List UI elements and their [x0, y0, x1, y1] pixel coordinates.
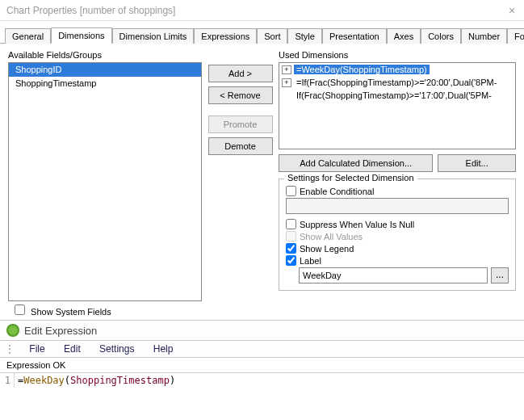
dimension-settings-group: Settings for Selected Dimension Enable C…	[279, 178, 516, 291]
menu-file[interactable]: File	[29, 343, 44, 355]
tab-dimensions[interactable]: Dimensions	[51, 27, 111, 44]
enable-conditional-checkbox[interactable]	[286, 186, 296, 196]
add-button[interactable]: Add >	[208, 65, 273, 82]
tab-strip: General Dimensions Dimension Limits Expr…	[0, 21, 524, 44]
show-legend-checkbox[interactable]	[286, 243, 296, 254]
suppress-null-checkbox[interactable]	[286, 219, 296, 229]
label-checkbox[interactable]	[286, 255, 296, 266]
expand-icon[interactable]: +	[282, 78, 291, 87]
used-dimensions-list[interactable]: + =WeekDay(ShoppingTimestamp) + =If(Frac…	[279, 62, 516, 149]
window-title: Chart Properties [number of shoppings]	[6, 5, 506, 16]
list-item[interactable]: + =WeekDay(ShoppingTimestamp)	[279, 63, 515, 76]
label-browse-button[interactable]: ...	[491, 267, 509, 284]
show-all-values-checkbox	[286, 231, 296, 242]
menu-edit[interactable]: Edit	[64, 343, 81, 355]
dimension-expression: =If(Frac(ShoppingTimestamp)>='20:00',Dua…	[294, 78, 499, 87]
show-legend-label: Show Legend	[300, 244, 354, 254]
menu-help[interactable]: Help	[153, 343, 174, 355]
tab-dimension-limits[interactable]: Dimension Limits	[112, 28, 195, 44]
grip-icon: ⋮	[5, 343, 15, 355]
show-system-fields-checkbox[interactable]	[15, 304, 25, 315]
expand-icon[interactable]: +	[282, 65, 291, 74]
tab-presentation[interactable]: Presentation	[322, 28, 387, 44]
suppress-null-label: Suppress When Value Is Null	[300, 220, 414, 229]
available-fields-section: Available Fields/Groups ShoppingID Shopp…	[8, 50, 202, 301]
remove-button[interactable]: < Remove	[208, 86, 273, 104]
used-dimensions-label: Used Dimensions	[279, 50, 516, 60]
expression-code[interactable]: =WeekDay(ShoppingTimestamp)	[15, 373, 524, 388]
tab-expressions[interactable]: Expressions	[194, 28, 257, 44]
expression-editor[interactable]: 1 =WeekDay(ShoppingTimestamp)	[0, 373, 524, 388]
dimensions-panel: Available Fields/Groups ShoppingID Shopp…	[0, 44, 524, 304]
enable-conditional-label: Enable Conditional	[300, 187, 374, 196]
tab-sort[interactable]: Sort	[257, 28, 287, 44]
code-paren: )	[170, 375, 175, 386]
available-fields-label: Available Fields/Groups	[8, 50, 202, 60]
tab-font[interactable]: Font	[507, 28, 524, 44]
show-all-values-label: Show All Values	[300, 232, 363, 242]
menu-settings[interactable]: Settings	[99, 343, 134, 355]
conditional-expression-input	[286, 198, 509, 214]
used-dimensions-section: Used Dimensions + =WeekDay(ShoppingTimes…	[279, 50, 516, 301]
label-label: Label	[300, 256, 321, 266]
gear-icon	[6, 324, 19, 337]
tab-axes[interactable]: Axes	[387, 28, 421, 44]
editor-menu-bar: ⋮ File Edit Settings Help	[0, 341, 524, 358]
list-item[interactable]: ShoppingID	[9, 63, 201, 77]
show-system-fields-label: Show System Fields	[31, 307, 111, 317]
expression-status: Expression OK	[0, 358, 524, 373]
list-item[interactable]: If(Frac(ShoppingTimestamp)>='17:00',Dual…	[279, 89, 515, 102]
tab-colors[interactable]: Colors	[421, 28, 461, 44]
dimension-expression: =WeekDay(ShoppingTimestamp)	[294, 65, 430, 74]
group-legend: Settings for Selected Dimension	[284, 173, 417, 183]
line-number: 1	[0, 373, 15, 388]
dimension-expression: If(Frac(ShoppingTimestamp)>='17:00',Dual…	[294, 90, 494, 100]
list-item[interactable]: + =If(Frac(ShoppingTimestamp)>='20:00',D…	[279, 76, 515, 89]
promote-button[interactable]: Promote	[208, 116, 273, 133]
available-fields-list[interactable]: ShoppingID ShoppingTimestamp	[8, 62, 202, 301]
label-input[interactable]	[299, 267, 488, 284]
tab-general[interactable]: General	[5, 28, 51, 44]
edit-expression-title: Edit Expression	[24, 325, 97, 337]
show-system-fields-row: Show System Fields	[0, 304, 524, 320]
code-paren: (	[65, 375, 70, 386]
list-item[interactable]: ShoppingTimestamp	[9, 77, 201, 90]
demote-button[interactable]: Demote	[208, 137, 273, 155]
code-function: WeekDay	[23, 375, 65, 386]
add-calculated-dimension-button[interactable]: Add Calculated Dimension...	[279, 154, 433, 172]
transfer-buttons: Add > < Remove Promote Demote	[202, 50, 279, 301]
close-icon[interactable]: ×	[506, 4, 518, 17]
tab-number[interactable]: Number	[461, 28, 507, 44]
tab-style[interactable]: Style	[287, 28, 321, 44]
edit-dimension-button[interactable]: Edit...	[438, 154, 516, 172]
code-argument: ShoppingTimestamp	[70, 375, 170, 386]
edit-expression-titlebar: Edit Expression	[0, 320, 524, 341]
titlebar: Chart Properties [number of shoppings] ×	[0, 0, 524, 21]
